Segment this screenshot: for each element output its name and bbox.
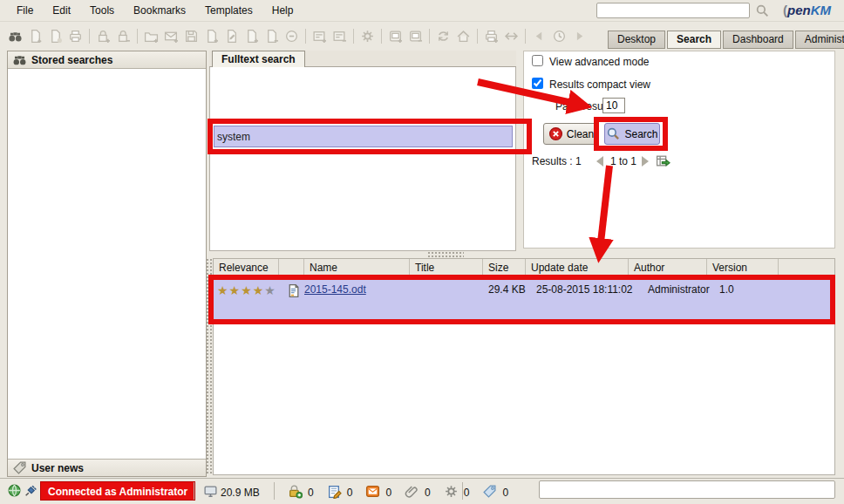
tab-dashboard[interactable]: Dashboard	[723, 31, 793, 49]
tab-fulltext-search[interactable]: Fulltext search	[212, 51, 305, 67]
results-compact-view-checkbox[interactable]	[532, 78, 543, 89]
toolbar-separator	[429, 29, 430, 44]
find-icon[interactable]	[5, 27, 25, 44]
user-news-header[interactable]: User news	[8, 459, 206, 476]
unlock-icon[interactable]	[113, 27, 133, 44]
status-counter-value: 0	[464, 487, 470, 499]
workflow-icon[interactable]	[357, 27, 378, 44]
menu-bookmarks[interactable]: Bookmarks	[124, 1, 195, 20]
remove-subscription-icon[interactable]	[405, 27, 425, 44]
toolbar-separator	[477, 29, 478, 44]
fulltext-query-input[interactable]	[214, 126, 513, 147]
view-advanced-mode-checkbox[interactable]	[532, 55, 543, 66]
column-header-size[interactable]: Size	[483, 259, 526, 276]
toolbar-separator	[137, 29, 138, 44]
statusbar-counters: 000000	[288, 484, 516, 501]
create-folder-icon[interactable]	[141, 27, 161, 44]
edit-document-icon[interactable]	[221, 27, 242, 44]
column-header-name[interactable]: Name	[304, 259, 410, 276]
mail-box-icon	[365, 484, 380, 501]
column-header-title[interactable]: Title	[410, 259, 483, 276]
lock-icon[interactable]	[93, 27, 113, 44]
status-counter-value: 0	[308, 487, 314, 499]
column-header-author[interactable]: Author	[629, 259, 707, 276]
checkin-document-icon[interactable]	[242, 27, 262, 44]
quick-search-input[interactable]	[596, 3, 750, 18]
document-name-link[interactable]: 2015-145.odt	[304, 283, 366, 296]
user-news-icon	[12, 460, 27, 475]
clean-button[interactable]: Clean	[543, 123, 599, 145]
stored-searches-header[interactable]: Stored searches	[8, 51, 206, 69]
status-counter-value: 0	[347, 487, 353, 499]
refresh-icon[interactable]	[433, 27, 453, 44]
download-document-icon[interactable]	[25, 27, 45, 44]
star-icon: ★	[229, 283, 242, 297]
search-icon[interactable]	[755, 3, 770, 18]
star-icon: ★	[241, 283, 253, 297]
relevance-stars: ★★★★★	[214, 277, 279, 323]
page-previous-icon[interactable]	[596, 156, 603, 167]
padlock-add-icon	[288, 484, 303, 501]
tab-search[interactable]: Search	[667, 31, 721, 49]
column-header-version[interactable]: Version	[707, 259, 779, 276]
status-counter-value: 0	[385, 487, 391, 499]
results-table: Relevance Name Title Size Update date Au…	[213, 258, 835, 475]
vertical-splitter-strip[interactable]	[206, 258, 213, 475]
print-icon[interactable]	[65, 27, 85, 44]
scheduler-icon[interactable]	[549, 27, 569, 44]
split-view-icon[interactable]	[501, 27, 521, 44]
network-globe-icon	[7, 483, 22, 498]
statusbar-progress-field[interactable]	[539, 480, 835, 499]
edit-note-icon	[327, 484, 342, 501]
document-title-cell	[410, 277, 483, 323]
add-property-group-icon[interactable]	[310, 27, 330, 44]
statusbar-separator	[462, 482, 463, 500]
document-version-cell: 1.0	[707, 277, 779, 323]
menu-tools[interactable]: Tools	[80, 1, 124, 20]
status-counter-value: 0	[502, 487, 508, 499]
column-header-extra[interactable]	[779, 259, 836, 276]
search-button[interactable]: Search	[604, 123, 660, 145]
horizontal-splitter-handle[interactable]	[427, 251, 464, 257]
save-icon[interactable]	[181, 27, 201, 44]
send-mail-icon[interactable]	[161, 27, 181, 44]
menu-file[interactable]: File	[7, 1, 43, 20]
forward-icon[interactable]	[569, 27, 589, 44]
toolbar-separator	[353, 29, 354, 44]
menu-templates[interactable]: Templates	[195, 1, 262, 20]
page-next-icon[interactable]	[642, 156, 649, 167]
logo-part2: KM	[811, 3, 831, 17]
tab-desktop[interactable]: Desktop	[608, 31, 665, 49]
export-icon[interactable]	[481, 27, 501, 44]
star-icon: ★	[217, 283, 229, 297]
results-table-header: Relevance Name Title Size Update date Au…	[214, 259, 834, 276]
export-results-icon[interactable]	[656, 153, 670, 168]
download-pdf-icon[interactable]	[45, 27, 65, 44]
document-icon	[286, 289, 301, 301]
add-subscription-icon[interactable]	[385, 27, 405, 44]
home-icon[interactable]	[453, 27, 473, 44]
document-author-cell: Administrator	[629, 277, 707, 323]
delete-icon[interactable]	[282, 27, 302, 44]
paperclip-icon	[405, 484, 419, 501]
openkm-logo: (penKM	[783, 3, 831, 17]
menu-help[interactable]: Help	[262, 1, 303, 20]
cancel-checkout-icon[interactable]	[262, 27, 282, 44]
stored-searches-label: Stored searches	[31, 54, 112, 66]
add-document-icon[interactable]	[201, 27, 221, 44]
table-row[interactable]: ★★★★★ 2015-145.odt 29.4 KB 25-08-2015 18…	[214, 277, 834, 323]
column-header-update-date[interactable]: Update date	[526, 259, 629, 276]
left-accordion-panel: Stored searches User news	[7, 51, 207, 477]
memory-usage-value: 20.9 MB	[221, 487, 260, 499]
column-header-icon[interactable]	[279, 259, 304, 276]
tab-administration[interactable]: Administration	[795, 31, 844, 49]
toolbar-separator	[305, 29, 306, 44]
remove-property-group-icon[interactable]	[330, 27, 350, 44]
connected-status-badge: Connected as Administrator	[40, 481, 195, 501]
back-icon[interactable]	[529, 27, 549, 44]
star-icon: ★	[264, 283, 276, 297]
column-header-relevance[interactable]: Relevance	[214, 259, 279, 276]
menu-edit[interactable]: Edit	[43, 1, 80, 20]
page-results-input[interactable]	[602, 98, 625, 113]
clean-icon	[548, 126, 563, 141]
